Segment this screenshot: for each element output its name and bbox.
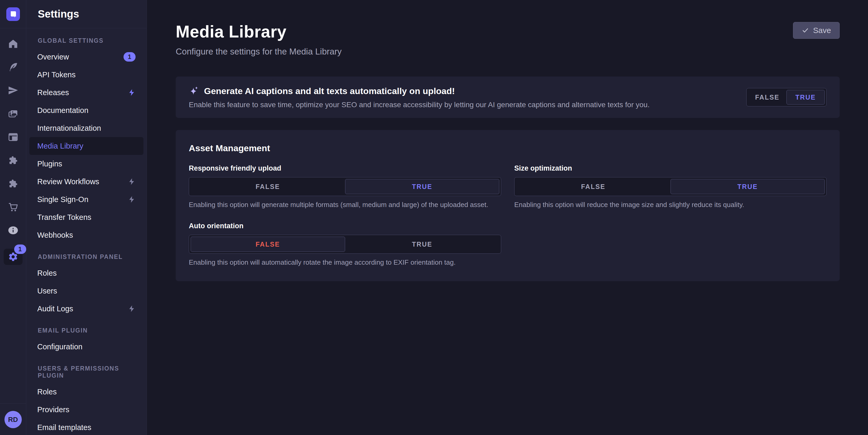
feather-icon[interactable] bbox=[8, 62, 19, 73]
sparkles-icon bbox=[189, 86, 200, 96]
page-subtitle: Configure the settings for the Media Lib… bbox=[176, 47, 342, 57]
sidebar-item-webhooks[interactable]: Webhooks bbox=[29, 226, 144, 244]
field-responsive-friendly-upload: Responsive friendly upload FALSE TRUE En… bbox=[189, 164, 501, 209]
toggle-false-button[interactable]: FALSE bbox=[191, 179, 345, 194]
card-title: Asset Management bbox=[189, 143, 827, 153]
settings-icon-active[interactable]: 1 bbox=[4, 249, 23, 265]
sidebar-item-email-templates[interactable]: Email templates bbox=[29, 419, 144, 435]
sidebar-item-overview[interactable]: Overview 1 bbox=[29, 48, 144, 66]
toggle-false-button[interactable]: FALSE bbox=[191, 237, 345, 252]
fields-grid: Responsive friendly upload FALSE TRUE En… bbox=[189, 164, 827, 267]
media-library-icon[interactable] bbox=[8, 108, 19, 119]
size-optimization-toggle: FALSE TRUE bbox=[514, 177, 827, 196]
info-icon[interactable] bbox=[8, 225, 19, 236]
sidebar-item-documentation[interactable]: Documentation bbox=[29, 101, 144, 119]
sidebar-item-media-library[interactable]: Media Library bbox=[29, 137, 144, 155]
sidebar-title: Settings bbox=[38, 8, 79, 20]
banner-description: Enable this feature to save time, optimi… bbox=[189, 101, 650, 109]
save-button[interactable]: Save bbox=[793, 22, 840, 39]
field-size-optimization: Size optimization FALSE TRUE Enabling th… bbox=[514, 164, 827, 209]
sidebar-item-users[interactable]: Users bbox=[29, 282, 144, 300]
banner-text: Generate AI captions and alt texts autom… bbox=[189, 86, 650, 109]
rail-icon-list: 1 bbox=[4, 38, 23, 265]
sidebar-item-audit-logs[interactable]: Audit Logs bbox=[29, 300, 144, 317]
sidebar-item-configuration[interactable]: Configuration bbox=[29, 338, 144, 356]
sidebar-item-admin-roles[interactable]: Roles bbox=[29, 264, 144, 282]
rail-footer: RD bbox=[0, 403, 26, 435]
layout-icon[interactable] bbox=[8, 132, 19, 142]
responsive-friendly-upload-toggle: FALSE TRUE bbox=[189, 177, 501, 196]
asset-management-card: Asset Management Responsive friendly upl… bbox=[176, 130, 840, 281]
field-label: Responsive friendly upload bbox=[189, 164, 501, 172]
lightning-icon bbox=[128, 305, 135, 313]
toggle-true-button[interactable]: TRUE bbox=[671, 179, 825, 194]
icon-rail: 1 RD bbox=[0, 0, 26, 435]
field-auto-orientation: Auto orientation FALSE TRUE Enabling thi… bbox=[189, 222, 501, 267]
toggle-false-button[interactable]: FALSE bbox=[516, 179, 671, 194]
page-header-text: Media Library Configure the settings for… bbox=[176, 22, 342, 57]
sidebar-item-review-workflows[interactable]: Review Workflows bbox=[29, 173, 144, 191]
strapi-logo-mark bbox=[6, 7, 20, 21]
section-label-administration-panel: ADMINISTRATION PANEL bbox=[38, 254, 144, 261]
lightning-icon bbox=[128, 89, 135, 96]
field-hint: Enabling this option will automatically … bbox=[189, 258, 501, 267]
field-label: Auto orientation bbox=[189, 222, 501, 230]
main-content: Media Library Configure the settings for… bbox=[147, 0, 868, 435]
toggle-false-button[interactable]: FALSE bbox=[748, 90, 786, 105]
rail-header bbox=[0, 0, 26, 28]
toggle-true-button[interactable]: TRUE bbox=[345, 179, 500, 194]
home-icon[interactable] bbox=[8, 38, 19, 49]
sidebar-nav: GLOBAL SETTINGS Overview 1 API Tokens Re… bbox=[26, 28, 147, 435]
page-header: Media Library Configure the settings for… bbox=[176, 22, 840, 57]
grid-spacer bbox=[514, 222, 827, 267]
auto-orientation-toggle: FALSE TRUE bbox=[189, 235, 501, 254]
section-label-email-plugin: EMAIL PLUGIN bbox=[38, 327, 144, 334]
settings-notification-badge: 1 bbox=[14, 244, 26, 254]
section-label-users-permissions-plugin: USERS & PERMISSIONS PLUGIN bbox=[38, 365, 144, 379]
section-label-global-settings: GLOBAL SETTINGS bbox=[38, 37, 144, 44]
sidebar-item-internationalization[interactable]: Internationalization bbox=[29, 119, 144, 137]
notification-badge: 1 bbox=[124, 52, 135, 62]
lightning-icon bbox=[128, 178, 135, 186]
puzzle-icon[interactable] bbox=[8, 155, 19, 166]
sidebar-header: Settings bbox=[26, 0, 147, 28]
sidebar-item-releases[interactable]: Releases bbox=[29, 83, 144, 101]
settings-sidebar: Settings GLOBAL SETTINGS Overview 1 API … bbox=[26, 0, 147, 435]
avatar[interactable]: RD bbox=[4, 411, 22, 428]
sidebar-item-plugins[interactable]: Plugins bbox=[29, 155, 144, 173]
cart-icon[interactable] bbox=[8, 202, 19, 212]
ai-captions-banner: Generate AI captions and alt texts autom… bbox=[176, 76, 840, 118]
sidebar-item-up-roles[interactable]: Roles bbox=[29, 383, 144, 401]
check-icon bbox=[802, 27, 809, 34]
page-title: Media Library bbox=[176, 22, 342, 41]
toggle-true-button[interactable]: TRUE bbox=[345, 237, 500, 252]
lightning-icon bbox=[128, 196, 135, 203]
sidebar-item-single-sign-on[interactable]: Single Sign-On bbox=[29, 191, 144, 208]
strapi-logo[interactable] bbox=[6, 7, 20, 21]
toggle-true-button[interactable]: TRUE bbox=[786, 90, 825, 105]
sidebar-item-api-tokens[interactable]: API Tokens bbox=[29, 66, 144, 83]
ai-captions-toggle: FALSE TRUE bbox=[746, 88, 827, 106]
banner-title: Generate AI captions and alt texts autom… bbox=[204, 86, 455, 96]
paper-plane-icon[interactable] bbox=[8, 85, 19, 96]
field-hint: Enabling this option will generate multi… bbox=[189, 201, 501, 209]
sidebar-item-providers[interactable]: Providers bbox=[29, 401, 144, 419]
puzzle-icon-2[interactable] bbox=[8, 178, 19, 189]
sidebar-item-transfer-tokens[interactable]: Transfer Tokens bbox=[29, 208, 144, 226]
field-hint: Enabling this option will reduce the ima… bbox=[514, 201, 827, 209]
field-label: Size optimization bbox=[514, 164, 827, 172]
